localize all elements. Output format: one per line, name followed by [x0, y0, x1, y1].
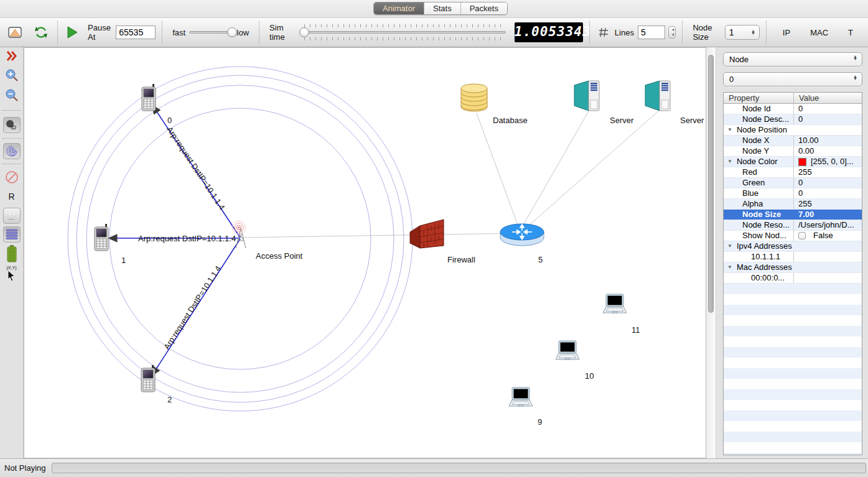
- show-nodeid-button[interactable]: T: [844, 27, 857, 38]
- topology-svg: Arp:request DstIP=10.1.1.4 Arp:request D…: [24, 48, 706, 458]
- node-label-database: Database: [493, 116, 528, 125]
- node-id-combo[interactable]: 0 ▲▼: [723, 72, 862, 86]
- node-label-0: 0: [167, 116, 172, 125]
- tab-animator[interactable]: Animator: [374, 2, 424, 14]
- show-ip-button[interactable]: IP: [779, 27, 794, 38]
- property-row[interactable]: Green0: [724, 178, 862, 188]
- lines-stepper[interactable]: ▲▼: [668, 26, 676, 39]
- zoom-out-button[interactable]: [4, 88, 19, 103]
- play-icon: [67, 26, 78, 39]
- expand-button[interactable]: [5, 50, 19, 62]
- column-header-value[interactable]: Value: [793, 93, 862, 103]
- collapse-triangle-icon[interactable]: ▼: [727, 125, 732, 135]
- snapshot-button[interactable]: [5, 25, 25, 39]
- show-position-button[interactable]: (X,Y): [7, 266, 17, 281]
- node-laptop-11[interactable]: [603, 294, 627, 313]
- property-row[interactable]: 10.1.1.1: [724, 252, 862, 262]
- block-packets-button[interactable]: [5, 170, 19, 184]
- canvas-vertical-scrollbar[interactable]: [706, 47, 716, 458]
- reset-button[interactable]: [31, 25, 51, 40]
- empty-row: [724, 294, 862, 305]
- property-row[interactable]: ▼Mac Addresses: [724, 262, 862, 273]
- node-database[interactable]: [461, 84, 487, 111]
- checkbox[interactable]: [798, 232, 806, 239]
- speed-slider[interactable]: [189, 31, 229, 34]
- m-icon: M: [3, 208, 21, 224]
- property-name: Blue: [742, 188, 758, 198]
- empty-row: [724, 389, 862, 400]
- show-routing-tables-button[interactable]: [3, 226, 21, 243]
- show-meta-button[interactable]: M: [3, 208, 21, 224]
- pause-at-input[interactable]: [116, 25, 156, 39]
- double-chevron-icon: [5, 50, 19, 62]
- node-size-combo[interactable]: 1 ▲▼: [725, 25, 760, 40]
- property-row[interactable]: Node Id0: [724, 104, 862, 114]
- property-row[interactable]: 00:00:0...: [724, 273, 862, 284]
- lines-input[interactable]: [638, 25, 665, 39]
- tab-packets[interactable]: Packets: [461, 2, 507, 14]
- top-tab-bar: Animator Stats Packets: [0, 0, 868, 17]
- entity-type-combo[interactable]: Node ▲▼: [723, 52, 862, 67]
- property-name: Node X: [742, 136, 769, 146]
- property-row[interactable]: Node Size7.00: [724, 210, 862, 220]
- tab-stats[interactable]: Stats: [424, 2, 461, 14]
- reset-orientation-button[interactable]: R: [8, 192, 14, 201]
- collapse-triangle-icon[interactable]: ▼: [727, 241, 732, 251]
- zoom-in-button[interactable]: [4, 68, 19, 83]
- column-header-property[interactable]: Property: [724, 93, 793, 103]
- scrollbar-thumb[interactable]: [708, 55, 714, 313]
- node-label-2: 2: [167, 395, 172, 404]
- r-label: R: [8, 192, 14, 201]
- node-server-1[interactable]: [574, 81, 599, 111]
- node-phone-0[interactable]: [142, 84, 156, 111]
- property-value: 0: [798, 178, 803, 188]
- property-row[interactable]: Node Desc...0: [724, 114, 862, 125]
- property-name: Node Id: [742, 104, 771, 114]
- property-value: 0.00: [798, 146, 814, 156]
- collapse-triangle-icon[interactable]: ▼: [727, 157, 732, 167]
- property-row[interactable]: ▼Node Color[255, 0, 0]...: [724, 157, 862, 167]
- node-size-label: Node Size: [693, 23, 721, 42]
- battery-stats-button[interactable]: [7, 245, 17, 262]
- property-row[interactable]: Node Reso.../Users/john/D...: [724, 220, 862, 231]
- property-row[interactable]: Node Y0.00: [724, 146, 862, 157]
- empty-row: [724, 421, 862, 432]
- toolbar-separator: [57, 21, 58, 44]
- sim-time-slider[interactable]: [299, 24, 508, 40]
- property-row[interactable]: Node X10.00: [724, 136, 862, 146]
- arp-label-0: Arp:request DstIP=10.1.1.4: [165, 125, 226, 211]
- cursor-icon: [7, 270, 16, 281]
- collapse-triangle-icon[interactable]: ▼: [727, 262, 732, 272]
- show-node-id-button[interactable]: ID: [3, 117, 21, 133]
- node-phone-2[interactable]: [141, 365, 155, 392]
- property-value: False: [813, 231, 833, 241]
- property-row[interactable]: ▼Ipv4 Addresses: [724, 241, 862, 252]
- playback-status-label: Not Playing: [2, 463, 48, 473]
- property-row[interactable]: Blue0: [724, 188, 862, 199]
- node-labels: 0 1 2 Access Point Firewall 5 Database S…: [121, 116, 704, 427]
- wireless-circles-button[interactable]: [3, 143, 21, 159]
- grid-button[interactable]: [596, 27, 611, 37]
- node-firewall[interactable]: [410, 220, 444, 248]
- empty-row: [724, 347, 862, 358]
- pause-at-label: Pause At: [88, 23, 112, 42]
- play-button[interactable]: [64, 26, 80, 39]
- show-mac-button[interactable]: MAC: [806, 27, 832, 38]
- property-name: Node Color: [737, 157, 778, 167]
- property-row[interactable]: Alpha255: [724, 199, 862, 210]
- property-value: 0: [798, 104, 803, 114]
- node-laptop-9[interactable]: [509, 387, 533, 406]
- node-laptop-10[interactable]: [556, 341, 579, 359]
- sim-time-handle[interactable]: [299, 27, 309, 37]
- property-row[interactable]: Show Nod...False: [724, 231, 862, 241]
- empty-row: [724, 442, 862, 453]
- property-value: 255: [798, 167, 812, 177]
- toolbar-separator: [766, 21, 767, 44]
- node-router-5[interactable]: [500, 224, 544, 246]
- topology-canvas[interactable]: Arp:request DstIP=10.1.1.4 Arp:request D…: [24, 47, 706, 458]
- node-phone-1[interactable]: [95, 224, 108, 251]
- empty-row: [724, 453, 862, 455]
- node-server-2[interactable]: [645, 81, 670, 111]
- property-row[interactable]: ▼Node Position: [724, 125, 862, 136]
- property-row[interactable]: Red255: [724, 167, 862, 178]
